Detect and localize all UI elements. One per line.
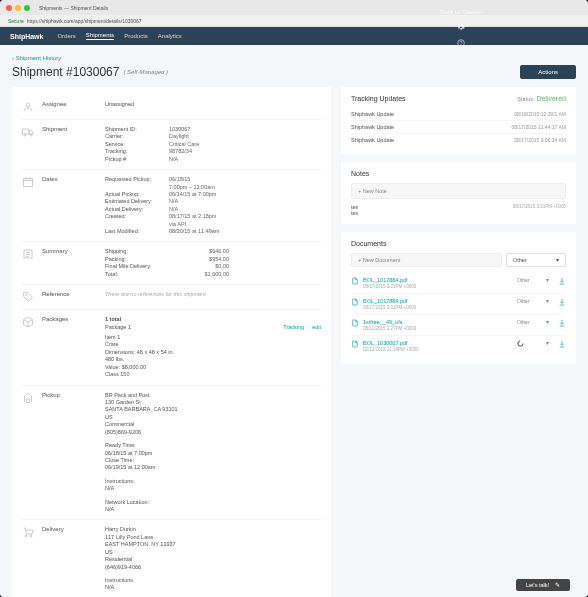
svg-point-13 [30,535,32,537]
tracking-item[interactable]: Shiphawk Update08/18/2015 12:30/1 AM [351,108,566,121]
download-icon[interactable] [558,277,566,285]
breadcrumb-label: Shipment History [16,55,62,61]
file-icon [351,277,359,285]
svg-point-12 [25,535,27,537]
tracking-panel: Tracking Updates Status: Delivered Shiph… [341,87,576,154]
delivery-icon [22,526,34,591]
close-window[interactable] [6,5,12,11]
document-item: 1stfree__49_ofs08/11/2015 3:27PM +0000 O… [351,315,566,336]
dates-label: Dates [42,176,97,235]
package-name: Package 1 [105,324,131,331]
nav-analytics[interactable]: Analytics [158,33,182,39]
secure-badge: Secure [8,18,24,24]
maximize-window[interactable] [24,5,30,11]
document-filter-select[interactable]: Other ▾ [506,253,566,267]
svg-point-4 [26,103,30,107]
nav-products[interactable]: Products [124,33,148,39]
top-nav: ShipHawk Orders Shipments Products Analy… [0,27,588,45]
delivery-instructions: Instructions: N/A [105,577,321,592]
status-value: Delivered [536,95,566,102]
svg-point-7 [30,134,32,136]
assignee-label: Assignee [42,101,97,113]
file-icon [351,298,359,306]
document-name[interactable]: BOL_1030067.pdf02/12/2018 11:14PM +0000 [363,340,513,352]
documents-panel: Documents + New Document Other ▾ BOL_101… [341,232,576,364]
chat-label: Let's talk! [526,582,549,588]
details-panel: Assignee Unassigned Shipment Shipment ID… [12,87,331,597]
tab-title: Shipments — Shipment Details [39,5,108,11]
download-icon[interactable] [558,340,566,348]
document-name[interactable]: 1stfree__49_ofs08/11/2015 3:27PM +0000 [363,319,513,331]
logo[interactable]: ShipHawk [10,33,43,40]
filter-value: Other [513,257,556,263]
note-item: tes tes08/17/2015 3:21PM +0000 [351,204,566,216]
user-icon [22,101,34,113]
tag-icon [22,291,34,303]
assignee-value: Unassigned [105,101,321,113]
pickup-icon [22,392,34,514]
packages-label: Packages [42,316,97,378]
notes-panel: Notes + New Note tes tes08/17/2015 3:21P… [341,162,576,224]
actions-button[interactable]: Actions [520,65,576,79]
download-icon[interactable] [558,298,566,306]
chevron-down-icon[interactable]: ▾ [546,277,554,283]
pickup-address: BR Pack and Post 130 Garden St SANTA BAR… [105,392,321,437]
svg-point-6 [24,134,26,136]
truck-icon [22,126,34,163]
shipment-label: Shipment [42,126,97,163]
svg-point-14 [518,341,523,346]
documents-title: Documents [351,240,386,247]
calendar-icon [22,176,34,235]
back-to-classic[interactable]: Back to Classic [440,9,481,15]
tracking-title: Tracking Updates [351,95,406,102]
add-note-button[interactable]: + New Note [351,183,566,199]
reference-label: Reference [42,291,97,303]
pickup-ready: Ready Time: 06/18/15 at 7:00pm Close Tim… [105,442,321,472]
delivery-address: Harry Durkin 117 Lilly Pond Lane EAST HA… [105,526,321,571]
nav-shipments[interactable]: Shipments [86,32,114,40]
chevron-down-icon[interactable]: ▾ [546,319,554,325]
delivery-label: Delivery [42,526,97,591]
document-name[interactable]: BOL_1017884.pdf08/17/2015 3:21PM +0000 [363,277,513,289]
svg-rect-11 [27,399,30,403]
package-details: Item 1 Crate Dimensions: 48 x 48 x 54 in… [105,334,321,379]
svg-point-10 [25,294,27,296]
page-content: ‹ Shipment History Shipment #1030067 ( S… [0,45,588,597]
summary-icon [22,248,34,278]
packages-total: 1 total [105,316,321,323]
page-title: Shipment #1030067 [12,65,119,79]
package-tracking-link[interactable]: Tracking [283,324,304,331]
file-icon [351,319,359,327]
svg-rect-5 [23,129,30,134]
breadcrumb-back[interactable]: ‹ Shipment History [12,55,576,61]
chevron-down-icon[interactable]: ▾ [546,298,554,304]
package-edit-link[interactable]: edit [312,324,321,331]
document-name[interactable]: BOL_1017884.pdf08/17/2015 3:21PM +0000 [363,298,513,310]
document-item: BOL_1017884.pdf08/17/2015 3:21PM +0000 O… [351,273,566,294]
reference-value: There are no references for this shipmen… [105,291,321,303]
package-icon [22,316,34,378]
summary-label: Summary [42,248,97,278]
pickup-network: Network Location: N/A [105,499,321,514]
tracking-item[interactable]: Shiphawk Update08/17/2015 11:44:17 AM [351,121,566,134]
download-icon[interactable] [558,319,566,327]
svg-rect-8 [24,179,33,187]
notes-title: Notes [351,170,369,177]
chevron-down-icon: ▾ [556,257,559,263]
file-icon [351,340,359,348]
gear-icon[interactable] [457,23,465,31]
status-label: Status: [517,96,534,102]
page-subtitle: ( Self-Managed ) [123,69,168,75]
chat-icon: ✎ [555,582,560,588]
document-item: BOL_1017884.pdf08/17/2015 3:21PM +0000 O… [351,294,566,315]
pickup-label: Pickup [42,392,97,514]
minimize-window[interactable] [15,5,21,11]
nav-orders[interactable]: Orders [57,33,75,39]
chevron-down-icon[interactable]: ▾ [546,340,554,346]
chat-widget[interactable]: Let's talk! ✎ [516,579,570,591]
add-document-button[interactable]: + New Document [351,253,502,267]
pickup-instructions: Instructions: N/A [105,478,321,493]
tracking-item[interactable]: Shiphawk Update08/17/2015 9:06:34 AM [351,134,566,146]
document-item: BOL_1030067.pdf02/12/2018 11:14PM +0000 … [351,336,566,356]
